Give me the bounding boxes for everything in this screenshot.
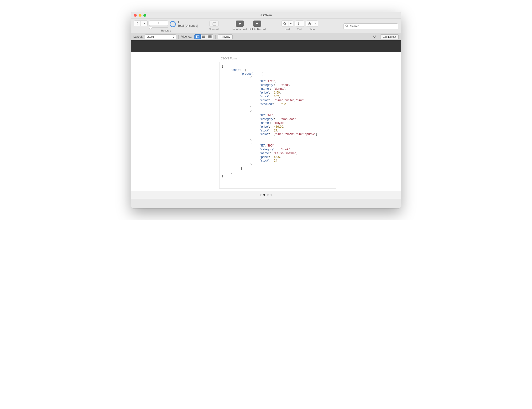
layout-label: Layout:	[133, 35, 143, 38]
status-bar	[131, 199, 401, 208]
json-field[interactable]: { "shop": { "product": [ { "ID": "LM1", …	[219, 62, 336, 188]
pie-chart-icon	[170, 21, 176, 27]
share-group: Share	[306, 20, 318, 30]
pager-dot-1[interactable]	[260, 194, 261, 196]
pager-dot-2[interactable]	[263, 194, 265, 196]
chevron-right-icon	[143, 22, 145, 25]
view-as-buttons	[194, 34, 213, 39]
window-controls	[134, 14, 146, 17]
search-group	[343, 23, 398, 29]
svg-point-0	[284, 22, 285, 24]
chevron-left-icon	[136, 22, 139, 25]
view-as-label: View As:	[181, 35, 192, 38]
total-status: Total (Unsorted)	[178, 24, 198, 28]
updown-icon	[173, 36, 174, 38]
close-window-button[interactable]	[134, 14, 137, 17]
content-area: JSON Form { "shop": { "product": [ { "ID…	[131, 52, 401, 191]
show-all-button[interactable]	[210, 20, 219, 27]
sort-button[interactable]: a z	[295, 20, 304, 27]
total-count: 1	[178, 20, 198, 24]
text-format-icon[interactable]: Aa	[373, 35, 376, 39]
delete-record-label: Delete Record	[249, 28, 266, 30]
records-summary: 1 Total (Unsorted)	[170, 20, 198, 28]
share-label: Share	[309, 28, 316, 30]
next-record-button[interactable]	[141, 21, 147, 26]
find-group: Find	[281, 20, 293, 30]
svg-rect-7	[209, 36, 211, 38]
search-input[interactable]	[343, 23, 398, 29]
formatbar: Layout: JSON View As: Preview Aa Edit La…	[131, 33, 401, 40]
svg-rect-6	[196, 36, 197, 38]
layout-header-bar	[131, 40, 401, 52]
new-record-group: New Record	[233, 20, 247, 30]
pager-dot-4[interactable]	[271, 194, 272, 196]
search-icon	[345, 24, 348, 28]
pager-dot-3[interactable]	[267, 194, 269, 196]
divider	[178, 35, 179, 39]
layout-value: JSON	[147, 35, 154, 38]
titlebar: JSONen	[131, 12, 401, 19]
chevron-down-icon	[290, 23, 292, 24]
table-view-icon	[208, 35, 211, 38]
share-menu-button[interactable]	[313, 20, 318, 27]
find-label: Find	[285, 28, 290, 30]
minimize-window-button[interactable]	[139, 14, 141, 17]
find-button[interactable]	[281, 20, 288, 27]
chevron-down-icon	[315, 23, 317, 24]
magnifier-icon	[283, 22, 286, 25]
prev-record-button[interactable]	[134, 21, 141, 26]
minus-icon	[256, 22, 259, 25]
record-slider[interactable]	[149, 27, 168, 28]
edit-layout-button[interactable]: Edit Layout	[380, 34, 399, 39]
sort-icon: a z	[298, 22, 302, 25]
layout-select[interactable]: JSON	[145, 34, 176, 39]
share-icon	[308, 22, 311, 25]
svg-point-4	[346, 25, 347, 27]
find-menu-button[interactable]	[288, 20, 293, 27]
zoom-window-button[interactable]	[143, 14, 146, 17]
record-nav-group: 1 1 Total (Unsorted) Records	[134, 20, 198, 32]
delete-record-group: Delete Record	[249, 20, 266, 30]
show-all-group: Show All	[209, 20, 219, 30]
plus-icon	[238, 22, 241, 25]
form-title: JSON Form	[221, 56, 401, 60]
svg-text:z: z	[300, 24, 300, 25]
app-window: JSONen 1	[131, 12, 401, 208]
record-number-field[interactable]: 1	[149, 20, 168, 26]
toolbar: 1 1 Total (Unsorted) Records Show All	[131, 19, 401, 33]
stack-icon	[211, 22, 216, 26]
preview-button[interactable]: Preview	[218, 34, 233, 39]
share-button[interactable]	[306, 20, 313, 27]
view-form-button[interactable]	[194, 34, 201, 39]
slider-thumb-icon	[149, 26, 152, 29]
records-label: Records	[161, 29, 171, 32]
records-block: 1	[149, 20, 168, 28]
new-record-button[interactable]	[236, 20, 244, 27]
sort-label: Sort	[297, 28, 302, 30]
new-record-label: New Record	[233, 28, 247, 30]
view-table-button[interactable]	[207, 34, 213, 39]
pager	[131, 191, 401, 199]
window-title: JSONen	[131, 13, 401, 17]
record-nav-segmented	[134, 20, 148, 26]
form-view-icon	[196, 35, 199, 38]
list-view-icon	[202, 35, 205, 38]
divider	[215, 35, 216, 39]
delete-record-button[interactable]	[253, 20, 261, 27]
show-all-label: Show All	[209, 28, 219, 30]
sort-group: a z Sort	[295, 20, 304, 30]
view-list-button[interactable]	[201, 34, 207, 39]
